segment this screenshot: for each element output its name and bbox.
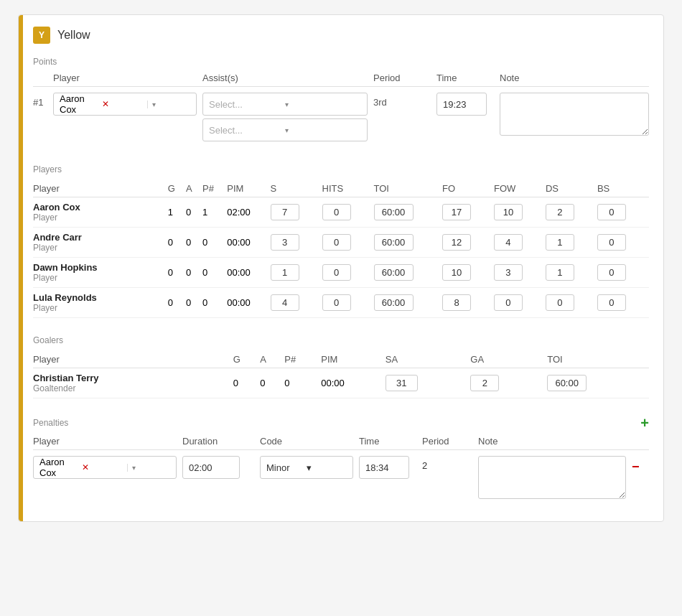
players-col-hits: HITS — [322, 180, 374, 197]
player-name-cell: Lula Reynolds Player — [33, 288, 168, 318]
player-fo-input[interactable] — [442, 234, 471, 251]
add-penalty-button[interactable]: + — [640, 416, 649, 430]
assist1-select[interactable]: Select... ▾ — [202, 93, 368, 116]
penalty-row: Aaron Cox ✕ ▾ Minor ▾ 2 — [33, 450, 649, 507]
player-pp: 1 — [202, 197, 227, 228]
player-s-input[interactable] — [271, 234, 299, 251]
players-col-player: Player — [33, 180, 168, 197]
players-col-a: A — [186, 180, 202, 197]
goalers-col-sa: SA — [386, 351, 471, 368]
player-fo-input[interactable] — [442, 204, 471, 220]
penalty-code-arrow: ▾ — [307, 462, 347, 473]
player-name-cell: Dawn Hopkins Player — [33, 258, 168, 288]
goalers-col-player: Player — [33, 351, 233, 368]
player-ds-input[interactable] — [546, 204, 574, 220]
points-col-time: Time — [436, 73, 494, 83]
assist2-arrow: ▾ — [285, 126, 361, 134]
player-hits-input[interactable] — [322, 204, 351, 220]
penalty-player-clear[interactable]: ✕ — [80, 462, 121, 472]
player-hits-input[interactable] — [322, 294, 351, 311]
player-pp: 0 — [202, 288, 227, 318]
player-ds-input[interactable] — [546, 294, 574, 311]
player-ds-input[interactable] — [546, 234, 574, 251]
penalty-duration-input[interactable] — [182, 456, 240, 479]
goaler-pim: 00:00 — [321, 368, 386, 398]
penalty-player-value: Aaron Cox — [39, 457, 78, 478]
goaler-toi-input[interactable] — [547, 375, 587, 391]
penalties-col-time: Time — [359, 436, 416, 447]
assists-col: Select... ▾ Select... ▾ — [202, 93, 368, 141]
players-table-header: Player G A P# PIM S HITS TOI FO FOW DS B… — [33, 180, 649, 197]
assist1-arrow: ▾ — [285, 101, 361, 108]
player-hits-input[interactable] — [322, 264, 351, 281]
players-col-ds: DS — [546, 180, 597, 197]
penalty-note-col — [478, 456, 626, 501]
player-hits-input[interactable] — [322, 234, 351, 251]
goaler-ga-input[interactable] — [470, 375, 499, 391]
player-bs-input[interactable] — [597, 234, 626, 251]
players-col-pp: P# — [202, 180, 227, 197]
points-row-num: #1 — [33, 93, 47, 108]
players-col-s: S — [271, 180, 322, 197]
points-time-input[interactable] — [436, 93, 487, 116]
goalers-col-a: A — [260, 351, 284, 368]
penalty-time-col — [359, 456, 416, 479]
points-note-col — [500, 93, 649, 138]
period-time-col: 3rd — [373, 93, 431, 108]
points-col-note: Note — [500, 73, 649, 83]
goaler-sa-input[interactable] — [386, 375, 418, 391]
player-fow-input[interactable] — [494, 204, 523, 220]
penalty-code-value: Minor — [266, 462, 307, 473]
players-table-row: Andre Carr Player 0 0 0 00:00 — [33, 228, 649, 258]
player-fow-input[interactable] — [494, 264, 523, 281]
player-ds-input[interactable] — [546, 264, 574, 281]
player-bs-input[interactable] — [597, 294, 626, 311]
points-note-textarea[interactable] — [500, 93, 649, 136]
goalers-col-ga: GA — [470, 351, 547, 368]
points-player-clear[interactable]: ✕ — [101, 99, 141, 109]
points-col-player: Player — [53, 73, 197, 83]
players-table-row: Lula Reynolds Player 0 0 0 00:00 — [33, 288, 649, 318]
player-a: 0 — [186, 197, 202, 228]
player-toi-input[interactable] — [374, 234, 414, 251]
penalties-section-title: Penalties — [33, 418, 68, 428]
player-bs-input[interactable] — [597, 204, 626, 220]
points-col-period: Period — [373, 73, 431, 83]
players-col-g: G — [168, 180, 186, 197]
points-player-select[interactable]: Aaron Cox ✕ ▾ — [53, 93, 197, 116]
goaler-name: Christian Terry — [33, 373, 229, 383]
remove-penalty-button[interactable]: − — [632, 456, 649, 473]
player-toi-input[interactable] — [374, 294, 414, 311]
card-accent — [19, 15, 23, 521]
player-name-cell: Andre Carr Player — [33, 228, 168, 258]
player-s-input[interactable] — [271, 264, 299, 281]
points-section-title: Points — [33, 57, 649, 67]
player-s-input[interactable] — [271, 204, 299, 220]
points-section: Points Player Assist(s) Period Time Note… — [33, 57, 649, 147]
penalty-code-select[interactable]: Minor ▾ — [260, 456, 353, 479]
players-col-fo: FO — [442, 180, 494, 197]
player-name-cell: Aaron Cox Player — [33, 197, 168, 228]
goaler-pp: 0 — [284, 368, 321, 398]
player-s-input[interactable] — [271, 294, 299, 311]
player-fow-input[interactable] — [494, 294, 523, 311]
penalties-section: Penalties + Player Duration Code Time Pe… — [33, 416, 649, 507]
penalty-note-textarea[interactable] — [478, 456, 626, 499]
points-row: #1 Aaron Cox ✕ ▾ Select... ▾ Select... — [33, 87, 649, 147]
penalty-time-input[interactable] — [359, 456, 409, 479]
player-pim: 02:00 — [227, 197, 270, 228]
penalty-player-select[interactable]: Aaron Cox ✕ ▾ — [33, 456, 177, 479]
player-toi-input[interactable] — [374, 204, 414, 220]
goalers-table-header: Player G A P# PIM SA GA TOI — [33, 351, 649, 368]
penalty-player-select-wrap: Aaron Cox ✕ ▾ — [33, 456, 177, 479]
player-role: Player — [33, 303, 164, 313]
player-fow-input[interactable] — [494, 234, 523, 251]
player-pim: 00:00 — [227, 258, 270, 288]
player-pim: 00:00 — [227, 228, 270, 258]
player-fo-input[interactable] — [442, 264, 471, 281]
player-toi-input[interactable] — [374, 264, 414, 281]
player-fo-input[interactable] — [442, 294, 471, 311]
player-bs-input[interactable] — [597, 264, 626, 281]
assist2-select[interactable]: Select... ▾ — [202, 118, 368, 141]
penalties-col-headers: Player Duration Code Time Period Note — [33, 436, 649, 450]
